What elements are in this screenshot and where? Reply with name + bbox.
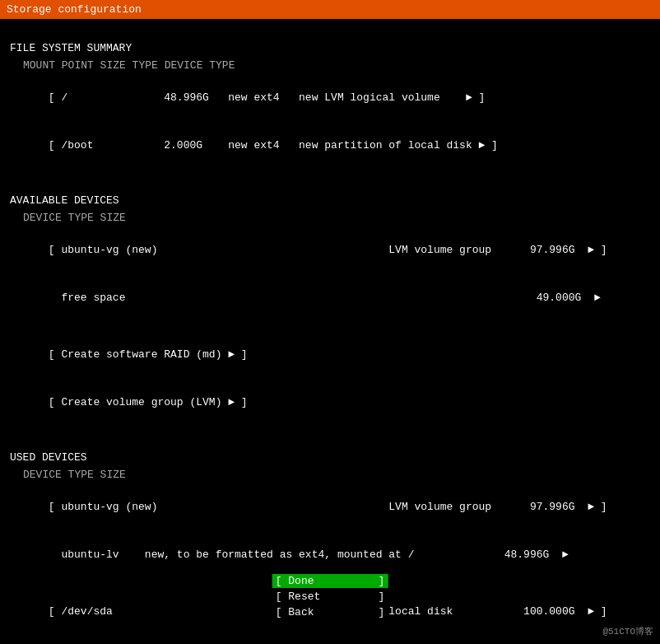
avail-free-space-row: free space 49.000G ► (10, 274, 650, 323)
available-devices-header: AVAILABLE DEVICES (10, 194, 650, 207)
used-devices-header: USED DEVICES (10, 451, 650, 464)
bottom-buttons: [ Done ] [ Reset ] [ Back ] (272, 574, 388, 619)
used-ubuntu-vg-row[interactable]: [ ubuntu-vg (new) LVM volume group 97.99… (10, 483, 650, 531)
used-ubuntu-lv-row: ubuntu-lv new, to be formatted as ext4, … (10, 531, 650, 580)
fs-row-root[interactable]: [ / 48.996G new ext4 new LVM logical vol… (10, 73, 650, 122)
reset-button[interactable]: [ Reset ] (272, 590, 388, 604)
back-button[interactable]: [ Back ] (272, 605, 388, 619)
create-raid-action[interactable]: [ Create software RAID (md) ► ] (10, 330, 650, 379)
done-button[interactable]: [ Done ] (272, 574, 388, 588)
main-content: FILE SYSTEM SUMMARY MOUNT POINT SIZE TYP… (0, 19, 660, 644)
title-label: Storage configuration (7, 3, 142, 16)
create-lvm-action[interactable]: [ Create volume group (LVM) ► ] (10, 379, 650, 427)
fs-row-boot[interactable]: [ /boot 2.000G new ext4 new partition of… (10, 122, 650, 170)
used-partition1-row: partition 1 new, BIOS grub spacer 1.000M… (10, 636, 650, 645)
file-summary-table-header: MOUNT POINT SIZE TYPE DEVICE TYPE (23, 59, 650, 72)
avail-ubuntu-vg-row[interactable]: [ ubuntu-vg (new) LVM volume group 97.99… (10, 226, 650, 274)
watermark-label: @51CTO博客 (602, 625, 653, 637)
used-devices-table-header: DEVICE TYPE SIZE (23, 469, 650, 481)
title-bar: Storage configuration (0, 0, 660, 19)
file-summary-header: FILE SYSTEM SUMMARY (10, 42, 650, 54)
available-devices-table-header: DEVICE TYPE SIZE (23, 212, 650, 224)
